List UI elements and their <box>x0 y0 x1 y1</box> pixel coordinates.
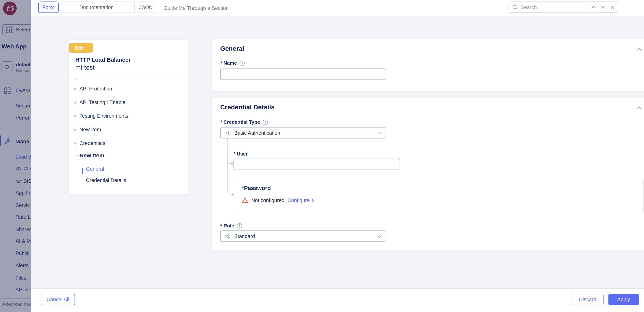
editor-content: Edit HTTP Load Balancer ml-test ▸ API Pr… <box>31 16 644 288</box>
apply-button[interactable]: Apply <box>608 294 639 306</box>
user-input[interactable] <box>234 158 400 170</box>
info-icon[interactable]: i <box>262 120 268 125</box>
tree-bullet <box>74 115 76 117</box>
nested-connector-elbow <box>228 190 232 194</box>
search-close-icon[interactable]: ✕ <box>610 4 614 10</box>
password-status: Not configured <box>251 198 284 203</box>
tree-bullet <box>74 142 76 144</box>
name-field-label: * Name i <box>220 60 245 66</box>
tree-expand-arrow: ▸ <box>78 154 79 158</box>
cancel-all-button[interactable]: Cancel All <box>41 294 75 306</box>
nested-connector-dot <box>231 162 233 164</box>
tree-bullet <box>74 102 76 104</box>
user-label-text: * User <box>234 151 248 157</box>
collapse-section-icon[interactable] <box>636 106 642 110</box>
discard-button[interactable]: Discard <box>572 294 604 306</box>
chevron-down-icon <box>377 132 382 134</box>
credential-type-label-text: * Credential Type <box>220 119 260 125</box>
panel-divider <box>69 78 188 78</box>
configure-password-link[interactable]: Configure <box>288 198 314 203</box>
general-section-card: General * Name i <box>212 39 644 91</box>
collapse-section-icon[interactable] <box>636 48 642 51</box>
edit-mode-badge: Edit <box>69 43 93 52</box>
info-icon[interactable]: i <box>240 60 245 66</box>
tree-item-api-testing[interactable]: API Testing : Enable <box>80 100 126 105</box>
credential-details-card: Credential Details * Credential Type i B… <box>212 98 644 250</box>
credential-type-label: * Credential Type i <box>220 119 268 125</box>
tab-json[interactable]: JSON <box>135 2 157 12</box>
tree-bullet <box>74 88 76 90</box>
general-section-title: General <box>220 45 244 52</box>
editor-footer: Cancel All Discard Apply <box>31 288 644 312</box>
name-label-text: * Name <box>220 60 237 66</box>
info-icon[interactable]: i <box>237 223 242 228</box>
credential-type-value: Basic Authentication <box>234 130 374 136</box>
role-value: Standard <box>234 233 374 239</box>
guide-me-link[interactable]: Guide Me Through a Section <box>164 0 229 16</box>
nested-connector-stub <box>228 163 231 164</box>
search-icon <box>512 4 518 10</box>
credential-type-select[interactable]: Basic Authentication <box>220 127 386 138</box>
branch-selector-icon <box>224 233 231 239</box>
modal-scrim <box>0 0 31 312</box>
editor-topbar: Form Documentation JSON Guide Me Through… <box>31 0 644 16</box>
chevron-right-icon <box>312 198 314 203</box>
user-field-label: * User <box>234 151 248 157</box>
branch-selector-icon <box>224 130 231 136</box>
object-name: ml-test <box>75 64 94 72</box>
object-type-title: HTTP Load Balancer <box>75 56 131 63</box>
panel-divider-notch <box>74 75 78 80</box>
password-subsection: *Password Not configured Configure <box>234 179 644 213</box>
nested-connector-line <box>228 138 231 192</box>
tree-item-new-item-current[interactable]: New Item <box>80 152 104 158</box>
role-select[interactable]: Standard <box>220 230 386 242</box>
credential-details-title: Credential Details <box>220 104 274 111</box>
search-next-icon[interactable] <box>601 6 606 9</box>
tab-form[interactable]: Form <box>38 2 59 13</box>
configure-link-text: Configure <box>288 198 310 203</box>
search-box: ✕ <box>508 2 618 13</box>
app-root: f5 Select Web App D defaul Names Overv S… <box>0 0 644 312</box>
view-tab-group: Documentation JSON <box>58 2 158 13</box>
nested-connector-dot <box>232 193 234 196</box>
warning-icon <box>242 198 248 203</box>
search-input[interactable] <box>521 4 586 10</box>
object-nav-panel: Edit HTTP Load Balancer ml-test ▸ API Pr… <box>69 40 188 194</box>
search-prev-icon[interactable] <box>592 6 596 9</box>
tree-item-new-item[interactable]: New Item <box>80 127 101 132</box>
tree-item-credentials[interactable]: Credentials <box>80 140 106 146</box>
tree-child-credential-details[interactable]: Credential Details <box>86 178 126 183</box>
password-label: *Password <box>242 185 271 191</box>
active-tree-child-indicator <box>82 168 83 174</box>
name-input[interactable] <box>220 68 386 80</box>
role-field-label: * Role i <box>220 223 242 228</box>
tree-item-api-protection[interactable]: API Protection <box>80 86 112 92</box>
tree-connector-line <box>75 84 79 156</box>
footer-divider <box>157 292 157 309</box>
chevron-down-icon <box>377 235 382 238</box>
tree-child-general[interactable]: General <box>86 166 104 172</box>
tab-documentation[interactable]: Documentation <box>59 2 135 12</box>
tree-bullet <box>74 129 76 131</box>
role-label-text: * Role <box>220 223 234 228</box>
tree-item-testing-environments[interactable]: Testing Environments <box>80 113 128 119</box>
